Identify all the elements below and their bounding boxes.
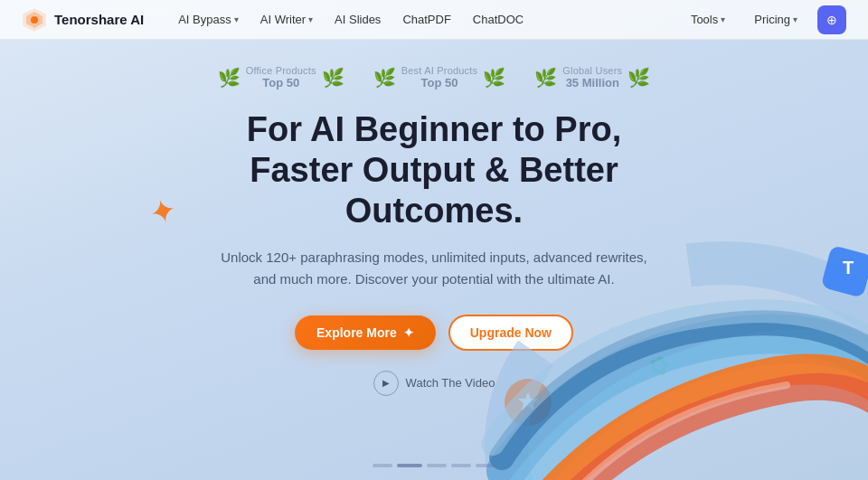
badge-office: 🌿 Office Products Top 50 🌿 <box>218 65 344 89</box>
nav-ai-slides[interactable]: AI Slides <box>326 9 390 30</box>
logo-icon <box>22 7 47 33</box>
sparkle-icon: ✦ <box>403 325 414 340</box>
logo-text: Tenorshare AI <box>54 12 144 27</box>
badge-global-users: 🌿 Global Users 35 Million 🌿 <box>534 65 650 89</box>
laurel-right-icon: 🌿 <box>322 69 344 87</box>
chevron-down-icon: ▾ <box>721 14 725 24</box>
badge-ai-products: 🌿 Best AI Products Top 50 🌿 <box>373 65 506 89</box>
laurel-left-icon: 🌿 <box>373 69 396 87</box>
dot-2[interactable] <box>397 464 422 467</box>
nav-ai-bypass[interactable]: AI Bypass ▾ <box>169 9 248 30</box>
ribbon-svg: T <box>452 191 868 480</box>
laurel-right-icon: 🌿 <box>483 69 505 87</box>
nav-pricing[interactable]: Pricing ▾ <box>745 9 807 30</box>
dot-4[interactable] <box>451 464 471 467</box>
star-decoration: ✦ <box>145 191 181 234</box>
navbar: Tenorshare AI AI Bypass ▾ AI Writer ▾ AI… <box>0 0 868 40</box>
dot-5[interactable] <box>476 464 495 467</box>
laurel-right-icon: 🌿 <box>627 69 650 87</box>
discord-icon: ⊕ <box>826 13 837 27</box>
svg-point-2 <box>31 16 38 24</box>
dot-indicators <box>373 464 495 467</box>
nav-links: AI Bypass ▾ AI Writer ▾ AI Slides ChatPD… <box>169 9 682 30</box>
chevron-down-icon: ▾ <box>793 14 797 24</box>
hero-section: 🌿 Office Products Top 50 🌿 🌿 Best AI Pro… <box>0 40 868 480</box>
logo[interactable]: Tenorshare AI <box>22 7 144 33</box>
discord-button[interactable]: ⊕ <box>817 5 846 34</box>
nav-chatpdf[interactable]: ChatPDF <box>393 9 459 30</box>
hero-3d-visual: T <box>452 191 868 480</box>
play-icon: ▶ <box>373 371 399 396</box>
explore-more-button[interactable]: Explore More ✦ <box>295 315 436 350</box>
laurel-left-icon: 🌿 <box>534 69 557 87</box>
dot-1[interactable] <box>373 464 392 467</box>
badges-row: 🌿 Office Products Top 50 🌿 🌿 Best AI Pro… <box>218 65 651 89</box>
chevron-down-icon: ▾ <box>308 14 313 24</box>
nav-tools[interactable]: Tools ▾ <box>682 9 734 30</box>
dot-3[interactable] <box>427 464 447 467</box>
svg-text:T: T <box>843 258 854 278</box>
nav-right: Tools ▾ Pricing ▾ ⊕ <box>682 5 846 34</box>
laurel-left-icon: 🌿 <box>218 69 241 87</box>
nav-chatdoc[interactable]: ChatDOC <box>464 9 533 30</box>
chevron-down-icon: ▾ <box>234 14 239 24</box>
nav-ai-writer[interactable]: AI Writer ▾ <box>251 9 322 30</box>
